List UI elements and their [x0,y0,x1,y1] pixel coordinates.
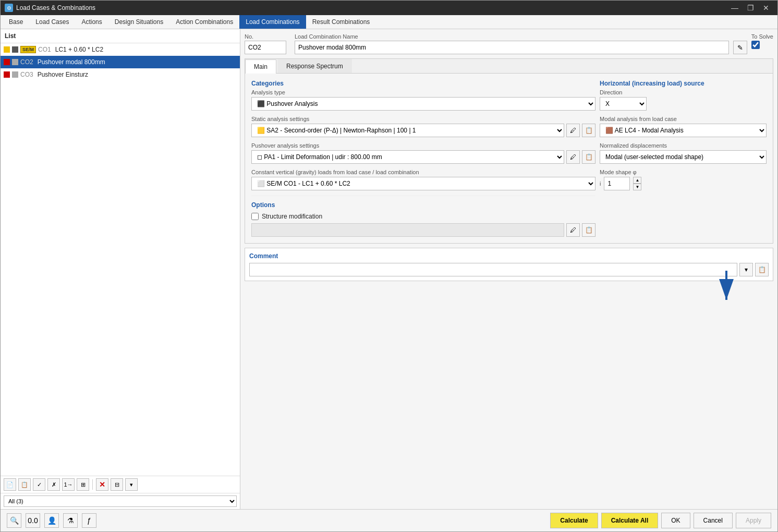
toggle-button[interactable]: ⊞ [77,478,89,491]
tabs-container: Main Response Spectrum Categories [245,58,773,244]
static-edit-btn2[interactable]: 📋 [582,124,595,137]
comment-input[interactable] [249,263,737,276]
normalized-field: Normalized displacements Modal (user-sel… [600,142,767,164]
menu-base[interactable]: Base [3,15,29,29]
search-icon-btn[interactable]: 🔍 [7,513,21,528]
no-input[interactable] [245,41,286,54]
list-item-co3[interactable]: CO3 Pushover Einsturz [1,68,240,81]
edit-name-button[interactable]: ✎ [733,41,747,54]
static-edit-btn1[interactable]: 🖊 [566,124,580,137]
mode-up-button[interactable]: ▲ [633,177,641,184]
structure-mod-checkbox[interactable] [251,213,259,220]
analysis-type-label: Analysis type [251,89,595,95]
left-panel: List SE/M CO1 LC1 + 0.60 * LC2 CO2 Pusho… [1,29,240,509]
name-group: Load Combination Name ✎ [295,33,747,54]
renumber-button[interactable]: 1→ [62,478,75,491]
toolbar-separator [92,479,93,490]
menu-load-cases[interactable]: Load Cases [29,15,75,29]
i-label: i [600,180,601,187]
pushover-settings-field: Pushover analysis settings ◻ PA1 - Limit… [251,142,595,164]
full-width-section: Categories Analysis type ⬛ Pushover Anal… [251,80,767,237]
tab-main[interactable]: Main [245,59,276,74]
gravity-select[interactable]: ⬜ SE/M CO1 - LC1 + 0.60 * LC2 [251,177,595,190]
to-solve-label: To Solve [751,33,773,40]
main-window: ⚙ Load Cases & Combinations — ❐ ✕ Base L… [0,0,778,532]
delete-button[interactable]: ✕ [96,478,108,491]
static-analysis-select[interactable]: 🟨 SA2 - Second-order (P-Δ) | Newton-Raph… [251,124,564,137]
menu-action-combinations[interactable]: Action Combinations [169,15,239,29]
options-section: Options Structure modification 🖊 📋 [251,196,595,237]
list-filter: All (3) [1,493,240,509]
more-button[interactable]: ▾ [125,478,138,491]
structure-mod-input [251,223,564,237]
color-swatch-yellow [4,46,10,53]
mode-input[interactable] [604,177,630,190]
filter-select[interactable]: All (3) [4,495,237,507]
item-number: CO1 [38,46,51,53]
list-items: SE/M CO1 LC1 + 0.60 * LC2 CO2 Pushover m… [1,43,240,476]
menu-load-combinations[interactable]: Load Combinations [239,15,306,29]
right-col: Horizontal (increasing load) source Dire… [600,80,767,237]
list-item-selected[interactable]: CO2 Pushover modal 800mm [1,56,240,68]
close-button[interactable]: ✕ [759,1,773,15]
item-label-co2: Pushover modal 800mm [38,58,105,66]
apply-button[interactable]: Apply [736,513,771,528]
menu-design-situations[interactable]: Design Situations [108,15,169,29]
ok-button[interactable]: OK [661,513,690,528]
calculate-all-button[interactable]: Calculate All [601,513,659,528]
struct-mod-btn2[interactable]: 📋 [582,223,595,237]
new-button[interactable]: 📄 [4,478,16,491]
item-number-co2: CO2 [20,58,33,66]
function-icon-btn[interactable]: ƒ [82,513,96,528]
check-button[interactable]: ✓ [33,478,45,491]
calculate-button[interactable]: Calculate [550,513,598,528]
modal-label: Modal analysis from load case [600,116,767,122]
menu-result-combinations[interactable]: Result Combinations [306,15,376,29]
filter-icon-btn[interactable]: ⚗ [63,513,78,528]
name-input[interactable] [295,41,729,54]
list-item[interactable]: SE/M CO1 LC1 + 0.60 * LC2 [1,43,240,56]
gravity-field: Constant vertical (gravity) loads from l… [251,169,595,190]
minimize-button[interactable]: — [727,1,742,15]
static-analysis-label: Static analysis settings [251,116,595,122]
to-solve-group: To Solve [751,33,773,49]
direction-select[interactable]: X Y Z [600,97,647,111]
bottom-toolbar: 🔍 0.0 👤 ⚗ ƒ Calculate Calculate All OK C… [1,509,777,531]
to-solve-checkbox[interactable] [751,41,760,49]
direction-field: Direction X Y Z [600,89,767,111]
mode-shape-field: Mode shape φ i ▲ ▼ [600,169,767,190]
pushover-settings-select[interactable]: ◻ PA1 - Limit Deformation | udir : 800.0… [251,150,564,164]
pushover-edit-btn2[interactable]: 📋 [582,150,595,164]
color-swatch-gray [12,59,18,65]
copy-button[interactable]: 📋 [18,478,31,491]
item-label: LC1 + 0.60 * LC2 [55,46,103,53]
analysis-type-field: Analysis type ⬛ Pushover Analysis [251,89,595,111]
pushover-edit-btn1[interactable]: 🖊 [566,150,580,164]
view-button[interactable]: ⊟ [111,478,123,491]
window-title: Load Cases & Combinations [16,4,95,11]
normalized-select[interactable]: Modal (user-selected modal shape) [600,150,767,164]
right-panel: No. Load Combination Name ✎ To Solve [240,29,777,509]
tab-response-spectrum[interactable]: Response Spectrum [277,59,352,73]
no-group: No. [245,33,286,54]
name-label: Load Combination Name [295,33,747,40]
struct-mod-btn1[interactable]: 🖊 [566,223,580,237]
mode-down-button[interactable]: ▼ [633,184,641,190]
blue-arrow [711,271,742,312]
normalized-label: Normalized displacements [600,142,767,149]
maximize-button[interactable]: ❐ [743,1,758,15]
modal-field: Modal analysis from load case 🟫 AE LC4 -… [600,116,767,137]
horiz-source-header: Horizontal (increasing load) source [600,80,767,87]
mode-shape-label: Mode shape φ [600,169,767,175]
menu-actions[interactable]: Actions [75,15,108,29]
options-header: Options [251,201,595,209]
cancel-button[interactable]: Cancel [694,513,733,528]
person-icon-btn[interactable]: 👤 [44,513,59,528]
number-icon-btn[interactable]: 0.0 [26,513,40,528]
analysis-type-select[interactable]: ⬛ Pushover Analysis [251,97,595,111]
modal-select[interactable]: 🟫 AE LC4 - Modal Analysis [600,124,767,137]
gravity-label: Constant vertical (gravity) loads from l… [251,169,595,175]
uncheck-button[interactable]: ✗ [47,478,60,491]
comment-copy-btn[interactable]: 📋 [755,263,769,276]
color-swatch-dark [12,46,18,53]
